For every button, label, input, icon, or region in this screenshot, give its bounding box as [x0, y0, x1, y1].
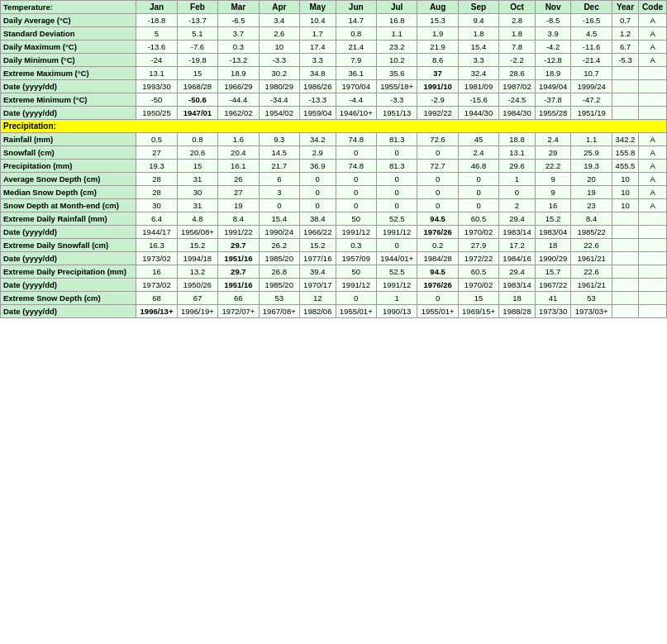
may-header: May: [299, 1, 336, 14]
table-cell: 6.7: [612, 41, 638, 54]
table-cell: [612, 212, 638, 226]
table-cell: 46.8: [458, 160, 498, 173]
table-cell: 0: [299, 199, 336, 212]
table-cell: 27: [218, 186, 259, 199]
table-cell: 1962/02: [218, 107, 259, 120]
table-cell: 74.8: [336, 160, 376, 173]
table-cell: 455.5: [612, 160, 638, 173]
table-cell: -47.2: [571, 93, 612, 107]
table-cell: 1951/16: [218, 279, 259, 292]
table-cell: 1970/02: [458, 279, 498, 292]
table-cell: [639, 279, 667, 292]
row-label: Date (yyyy/dd): [1, 305, 136, 318]
table-cell: A: [639, 173, 667, 186]
table-cell: [639, 80, 667, 93]
table-cell: 1.1: [571, 133, 612, 146]
table-cell: A: [639, 146, 667, 160]
table-cell: 1993/30: [136, 80, 177, 93]
table-cell: 0: [417, 199, 458, 212]
table-cell: 1991/10: [417, 80, 458, 93]
table-cell: 3.4: [259, 14, 299, 27]
row-label: Extreme Maximum (°C): [1, 67, 136, 80]
table-cell: -34.4: [259, 93, 299, 107]
table-cell: 1944/17: [136, 226, 177, 239]
table-cell: 0.7: [612, 14, 638, 27]
table-cell: 23.2: [376, 41, 417, 54]
table-cell: 15.2: [299, 239, 336, 252]
table-cell: 1966/29: [218, 80, 259, 93]
table-cell: 0.8: [336, 27, 376, 41]
table-cell: 7.9: [336, 54, 376, 67]
table-cell: 1990/29: [535, 252, 571, 265]
table-cell: 1983/14: [499, 279, 536, 292]
table-cell: 32.4: [458, 67, 498, 80]
table-cell: 21.9: [417, 41, 458, 54]
row-label: Daily Maximum (°C): [1, 41, 136, 54]
table-cell: 19: [218, 199, 259, 212]
table-cell: 53: [571, 292, 612, 305]
table-cell: 1955/01+: [417, 305, 458, 318]
temperature-header: Temperature:: [1, 1, 136, 14]
table-cell: 14.7: [336, 14, 376, 27]
table-cell: [639, 212, 667, 226]
aug-header: Aug: [417, 1, 458, 14]
table-cell: 1970/04: [336, 80, 376, 93]
table-cell: 1967/22: [535, 279, 571, 292]
table-cell: 30.2: [259, 67, 299, 80]
jan-header: Jan: [136, 1, 177, 14]
table-cell: 1973/02: [136, 279, 177, 292]
table-cell: [612, 107, 638, 120]
table-cell: 0: [336, 292, 376, 305]
table-cell: 29.4: [499, 212, 536, 226]
table-cell: -6.5: [218, 14, 259, 27]
table-cell: 1.1: [376, 27, 417, 41]
table-cell: -19.8: [177, 54, 217, 67]
table-cell: -44.4: [218, 93, 259, 107]
table-cell: -11.6: [571, 41, 612, 54]
table-cell: 1951/19: [571, 107, 612, 120]
table-cell: 60.5: [458, 265, 498, 279]
table-cell: 16.1: [218, 160, 259, 173]
table-cell: 60.5: [458, 212, 498, 226]
table-cell: [639, 239, 667, 252]
table-cell: 15.4: [458, 41, 498, 54]
row-label: Extreme Daily Rainfall (mm): [1, 212, 136, 226]
table-cell: [639, 226, 667, 239]
table-cell: 1977/16: [299, 252, 336, 265]
table-cell: -7.6: [177, 41, 217, 54]
table-cell: 155.8: [612, 146, 638, 160]
year-header: Year: [612, 1, 638, 14]
table-cell: [612, 305, 638, 318]
row-label: Extreme Daily Snowfall (cm): [1, 239, 136, 252]
table-cell: 1991/12: [376, 279, 417, 292]
table-cell: 3.9: [535, 27, 571, 41]
table-cell: 15: [177, 67, 217, 80]
table-cell: [612, 252, 638, 265]
apr-header: Apr: [259, 1, 299, 14]
table-cell: 1976/26: [417, 279, 458, 292]
table-cell: 19.3: [136, 160, 177, 173]
table-cell: 2.4: [458, 146, 498, 160]
row-label: Average Snow Depth (cm): [1, 173, 136, 186]
table-cell: -13.2: [218, 54, 259, 67]
table-cell: 29.4: [499, 265, 536, 279]
table-cell: 1970/02: [458, 226, 498, 239]
row-label: Precipitation (mm): [1, 160, 136, 173]
table-cell: 1982/06: [299, 305, 336, 318]
table-cell: 94.5: [417, 212, 458, 226]
table-cell: 1957/09: [336, 252, 376, 265]
table-cell: 20.4: [218, 146, 259, 160]
table-cell: A: [639, 133, 667, 146]
table-cell: -24: [136, 54, 177, 67]
table-cell: 18.8: [499, 133, 536, 146]
table-cell: A: [639, 186, 667, 199]
table-cell: [639, 292, 667, 305]
table-cell: [639, 67, 667, 80]
table-cell: 1972/07+: [218, 305, 259, 318]
table-cell: 10: [612, 186, 638, 199]
table-cell: 1955/28: [535, 107, 571, 120]
row-label: Daily Minimum (°C): [1, 54, 136, 67]
feb-header: Feb: [177, 1, 217, 14]
row-label: Date (yyyy/dd): [1, 80, 136, 93]
table-cell: 45: [458, 133, 498, 146]
